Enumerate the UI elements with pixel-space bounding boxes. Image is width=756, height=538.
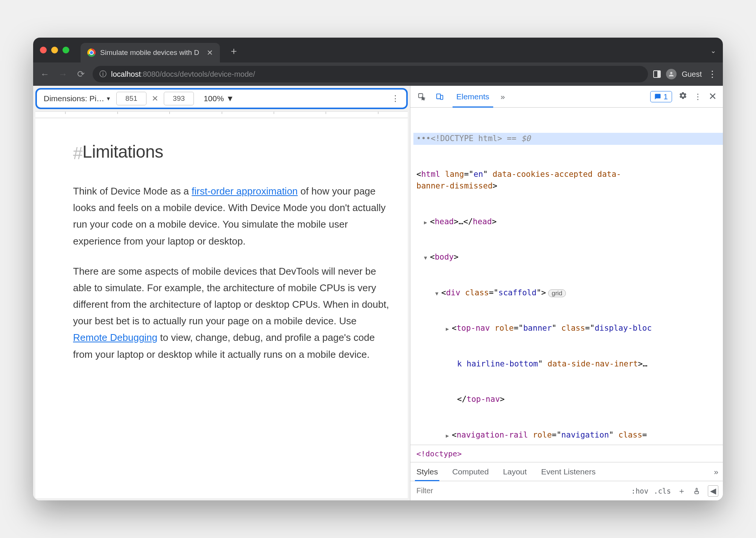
- titlebar: Simulate mobile devices with D ✕ ＋ ⌄: [33, 38, 723, 62]
- link-first-order[interactable]: first-order approximation: [192, 185, 298, 197]
- height-input[interactable]: [164, 92, 194, 105]
- dom-line-topnav[interactable]: ▶<top-nav role="banner" class="display-b…: [413, 322, 723, 334]
- dom-line-head[interactable]: ▶<head>…</head>: [413, 216, 723, 228]
- tree-toggle-icon[interactable]: ▼: [435, 290, 441, 298]
- content-split: Dimensions: Pi… ▼ ✕ 100% ▼ ⋮ #Limitation…: [33, 86, 723, 500]
- nav-reload-button[interactable]: ⟳: [75, 69, 87, 79]
- window-minimize-button[interactable]: [51, 47, 58, 53]
- link-remote-debugging[interactable]: Remote Debugging: [73, 332, 157, 343]
- subtab-computed[interactable]: Computed: [451, 462, 490, 481]
- profile-label: Guest: [682, 70, 702, 79]
- hov-toggle[interactable]: :hov: [631, 487, 648, 495]
- browser-menu-button[interactable]: ⋮: [707, 69, 718, 79]
- more-tabs-chevron-icon[interactable]: »: [501, 92, 505, 101]
- issue-icon: [654, 93, 661, 100]
- page-preview: #Limitations Think of Device Mode as a f…: [35, 118, 408, 498]
- chevron-down-icon: ▼: [226, 94, 234, 103]
- dom-line-doctype[interactable]: •••<!DOCTYPE html> == $0: [413, 133, 723, 145]
- device-toolbar: Dimensions: Pi… ▼ ✕ 100% ▼ ⋮: [35, 88, 408, 109]
- tab-title: Simulate mobile devices with D: [100, 49, 199, 57]
- tree-toggle-icon[interactable]: ▼: [424, 254, 430, 262]
- inspect-element-icon[interactable]: [416, 91, 427, 102]
- window-maximize-button[interactable]: [62, 47, 69, 53]
- devtools-toolbar: Elements » 1 ⋮ ✕: [410, 86, 723, 108]
- titlebar-chevron-down-icon[interactable]: ⌄: [710, 47, 716, 55]
- subtabs-more-icon[interactable]: »: [714, 467, 718, 476]
- user-area: Guest ⋮: [653, 69, 718, 79]
- page-heading: #Limitations: [73, 137, 393, 168]
- tab-close-button[interactable]: ✕: [207, 48, 213, 57]
- dom-line-body[interactable]: ▼<body>: [413, 251, 723, 263]
- side-panel-icon[interactable]: [653, 70, 661, 78]
- devtools-menu-button[interactable]: ⋮: [694, 92, 702, 101]
- dom-line[interactable]: k hairline-bottom" data-side-nav-inert>…: [413, 358, 723, 370]
- dom-line-html[interactable]: <html lang="en" data-cookies-accepted da…: [413, 169, 723, 192]
- issues-badge[interactable]: 1: [650, 91, 672, 102]
- svg-rect-1: [437, 94, 440, 99]
- window-controls: [40, 47, 69, 53]
- browser-window: Simulate mobile devices with D ✕ ＋ ⌄ ← →…: [33, 38, 723, 500]
- dimensions-label: Dimensions: Pi…: [44, 94, 104, 103]
- width-input[interactable]: [116, 92, 146, 105]
- paragraph-1: Think of Device Mode as a first-order ap…: [73, 183, 393, 249]
- device-toolbar-menu[interactable]: ⋮: [391, 94, 399, 103]
- dom-line-navrail[interactable]: ▶<navigation-rail role="navigation" clas…: [413, 429, 723, 441]
- nav-forward-button[interactable]: →: [56, 69, 69, 79]
- grid-badge[interactable]: grid: [548, 289, 565, 297]
- browser-tab[interactable]: Simulate mobile devices with D ✕: [81, 43, 220, 62]
- styles-filter-bar: :hov .cls ＋ ◀: [410, 481, 723, 500]
- subtab-event-listeners[interactable]: Event Listeners: [540, 462, 597, 481]
- zoom-label: 100%: [204, 94, 224, 103]
- devtools-close-button[interactable]: ✕: [709, 91, 717, 102]
- nav-back-button[interactable]: ←: [38, 69, 51, 79]
- cls-toggle[interactable]: .cls: [654, 487, 671, 495]
- url-field[interactable]: ⓘ localhost:8080/docs/devtools/device-mo…: [93, 66, 648, 82]
- paint-brush-icon[interactable]: [692, 487, 703, 495]
- dimensions-dropdown[interactable]: Dimensions: Pi… ▼: [44, 94, 111, 103]
- url-text: localhost:8080/docs/devtools/device-mode…: [111, 70, 255, 79]
- styles-tabs: Styles Computed Layout Event Listeners »: [410, 462, 723, 481]
- ruler: [35, 111, 408, 118]
- subtab-styles[interactable]: Styles: [415, 462, 439, 481]
- zoom-dropdown[interactable]: 100% ▼: [204, 94, 234, 103]
- breadcrumb-item[interactable]: <!doctype>: [416, 449, 462, 458]
- hash-icon: #: [73, 143, 82, 163]
- dimension-separator: ✕: [152, 94, 159, 103]
- tree-toggle-icon[interactable]: ▶: [446, 432, 452, 440]
- tab-elements[interactable]: Elements: [453, 86, 493, 107]
- window-close-button[interactable]: [40, 47, 47, 53]
- devtools-panel: Elements » 1 ⋮ ✕ •••<!DOCTYPE html> == $…: [410, 86, 723, 500]
- dom-tree[interactable]: •••<!DOCTYPE html> == $0 <html lang="en"…: [410, 108, 723, 445]
- device-viewport: Dimensions: Pi… ▼ ✕ 100% ▼ ⋮ #Limitation…: [33, 86, 410, 500]
- new-style-rule-icon[interactable]: ＋: [676, 486, 687, 496]
- tree-toggle-icon[interactable]: ▶: [424, 219, 430, 226]
- chevron-down-icon: ▼: [106, 96, 111, 102]
- dom-breadcrumb[interactable]: <!doctype>: [410, 445, 723, 462]
- address-bar: ← → ⟳ ⓘ localhost:8080/docs/devtools/dev…: [33, 62, 723, 86]
- settings-gear-icon[interactable]: [679, 91, 687, 102]
- paragraph-2: There are some aspects of mobile devices…: [73, 263, 393, 363]
- chrome-logo-icon: [87, 49, 96, 57]
- computed-panel-toggle-icon[interactable]: ◀: [708, 485, 718, 497]
- svg-rect-2: [440, 95, 443, 99]
- toggle-device-icon[interactable]: [434, 91, 445, 102]
- profile-avatar-icon[interactable]: [666, 69, 677, 79]
- dom-line-scaffold[interactable]: ▼<div class="scaffold">grid: [413, 287, 723, 299]
- dom-line[interactable]: </top-nav>: [413, 394, 723, 406]
- site-info-icon[interactable]: ⓘ: [99, 69, 107, 79]
- subtab-layout[interactable]: Layout: [501, 462, 528, 481]
- styles-filter-input[interactable]: [415, 485, 626, 497]
- issues-count: 1: [663, 92, 668, 101]
- new-tab-button[interactable]: ＋: [229, 44, 239, 58]
- tree-toggle-icon[interactable]: ▶: [446, 325, 452, 333]
